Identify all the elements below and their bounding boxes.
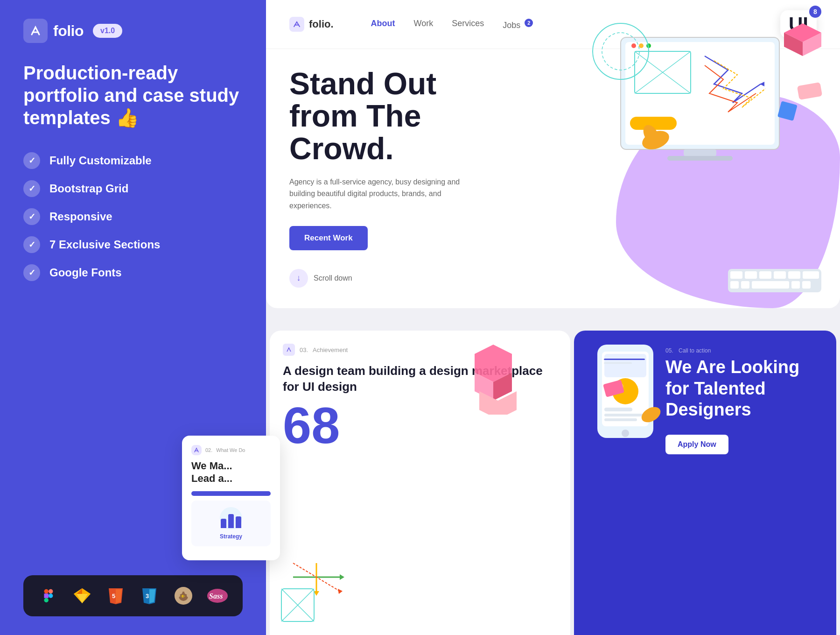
feature-item: Responsive: [23, 208, 243, 225]
keyboard-illustration: [728, 264, 821, 294]
nav-link-jobs[interactable]: Jobs 2: [503, 19, 533, 30]
svg-rect-49: [745, 271, 757, 279]
sketch-icon: [70, 584, 93, 608]
svg-rect-48: [730, 271, 742, 279]
svg-rect-50: [759, 271, 771, 279]
scroll-down-icon: ↓: [289, 269, 308, 288]
css3-icon: 3: [138, 584, 161, 608]
cta-text: 05. Call to action We Are Looking for Ta…: [665, 347, 819, 454]
sass-icon: Sass: [205, 584, 230, 608]
preview-card-container: 02. What We Do We Ma...Lead a... Strateg…: [182, 436, 280, 560]
svg-rect-46: [797, 82, 822, 100]
svg-point-80: [622, 430, 629, 437]
svg-rect-83: [604, 359, 645, 360]
check-icon: [23, 264, 40, 281]
achievement-section-icon: [283, 344, 295, 356]
logo-icon: [23, 19, 48, 43]
svg-rect-56: [752, 281, 789, 289]
feature-label: Responsive: [49, 210, 112, 223]
svg-rect-38: [667, 156, 733, 161]
achievement-section-tag: Achievement: [313, 346, 348, 353]
hero-text: Stand Out from The Crowd. Agency is a fu…: [289, 68, 495, 288]
svg-rect-79: [604, 418, 637, 421]
check-icon: [23, 236, 40, 253]
cta-heading: We Are Looking for Talented Designers: [665, 357, 819, 421]
right-panel: folio. About Work Services Jobs 2 UI 8: [266, 0, 840, 635]
check-icon: [23, 208, 40, 225]
cta-section: 05. Call to action We Are Looking for Ta…: [574, 331, 836, 635]
logo-row: folio v1.0: [23, 19, 243, 43]
cta-section-label: 05. Call to action: [665, 347, 819, 354]
hero-title: Stand Out from The Crowd.: [289, 68, 495, 165]
nav-links: About Work Services Jobs 2: [371, 19, 533, 30]
svg-text:3: 3: [146, 593, 149, 600]
apply-now-button[interactable]: Apply Now: [665, 435, 728, 454]
svg-marker-64: [340, 574, 344, 580]
nav-link-about[interactable]: About: [371, 19, 395, 30]
card-section-num: 02.: [205, 447, 212, 453]
check-icon: [23, 180, 40, 197]
svg-text:Sass: Sass: [209, 592, 223, 600]
hero-section: folio. About Work Services Jobs 2 UI 8: [266, 0, 840, 308]
tools-bar: 5 3 👁 S: [23, 575, 243, 616]
svg-point-21: [176, 593, 180, 597]
feature-item: Fully Customizable: [23, 152, 243, 169]
svg-rect-54: [730, 281, 739, 289]
svg-rect-0: [44, 589, 49, 593]
svg-rect-78: [604, 414, 646, 416]
svg-text:👁: 👁: [181, 594, 185, 599]
chart-bar-2: [228, 514, 234, 528]
svg-rect-55: [741, 281, 749, 289]
card-title: We Ma...Lead a...: [191, 460, 271, 485]
teal-circles: [579, 14, 663, 109]
figma-icon: [36, 584, 60, 608]
chart-bar-3: [236, 516, 241, 528]
svg-rect-84: [604, 362, 632, 364]
chart-bar-1: [221, 519, 226, 528]
svg-rect-3: [44, 598, 49, 602]
tagline: Production-ready portfolio and case stud…: [23, 62, 243, 129]
feature-label: Google Fonts: [49, 266, 122, 279]
card-inner: Strategy: [191, 501, 271, 546]
achievement-section: 03. Achievement A design team building a…: [270, 331, 570, 635]
svg-point-26: [593, 23, 649, 79]
svg-rect-45: [777, 101, 798, 121]
logo-name: folio: [53, 22, 84, 40]
paw-icon: 👁: [172, 584, 195, 608]
feature-label: 7 Exclusive Sections: [49, 238, 160, 251]
svg-rect-74: [604, 354, 646, 377]
recent-work-button[interactable]: Recent Work: [289, 226, 368, 250]
svg-rect-51: [774, 271, 786, 279]
feature-label: Bootstrap Grid: [49, 182, 128, 195]
svg-rect-58: [802, 281, 811, 289]
svg-marker-68: [338, 589, 343, 594]
nav-logo-icon: [289, 17, 304, 32]
nav-link-work[interactable]: Work: [414, 19, 434, 30]
phone-3d: [579, 335, 672, 505]
bottom-row: 03. Achievement A design team building a…: [266, 327, 840, 635]
feature-item: Bootstrap Grid: [23, 180, 243, 197]
card-chart-circle: [220, 507, 242, 529]
svg-rect-53: [803, 271, 819, 279]
svg-point-22: [187, 593, 190, 597]
svg-point-4: [49, 593, 53, 598]
card-progress-bar: [191, 491, 271, 496]
features-list: Fully Customizable Bootstrap Grid Respon…: [23, 152, 243, 281]
svg-rect-37: [684, 149, 716, 156]
feature-item: Google Fonts: [23, 264, 243, 281]
feature-label: Fully Customizable: [49, 154, 152, 167]
svg-rect-52: [788, 271, 800, 279]
card-logo-icon: [191, 445, 202, 455]
svg-rect-2: [44, 593, 49, 598]
jobs-badge: 2: [525, 19, 533, 27]
scroll-down[interactable]: ↓ Scroll down: [289, 269, 495, 288]
html5-icon: 5: [104, 584, 127, 608]
chart-mini: [219, 507, 243, 530]
left-panel: folio v1.0 Production-ready portfolio an…: [0, 0, 266, 635]
preview-card: 02. What We Do We Ma...Lead a... Strateg…: [182, 436, 280, 560]
nav-link-services[interactable]: Services: [452, 19, 484, 30]
svg-text:5: 5: [112, 593, 115, 600]
svg-rect-57: [791, 281, 800, 289]
feature-item: 7 Exclusive Sections: [23, 236, 243, 253]
version-badge: v1.0: [93, 24, 122, 38]
